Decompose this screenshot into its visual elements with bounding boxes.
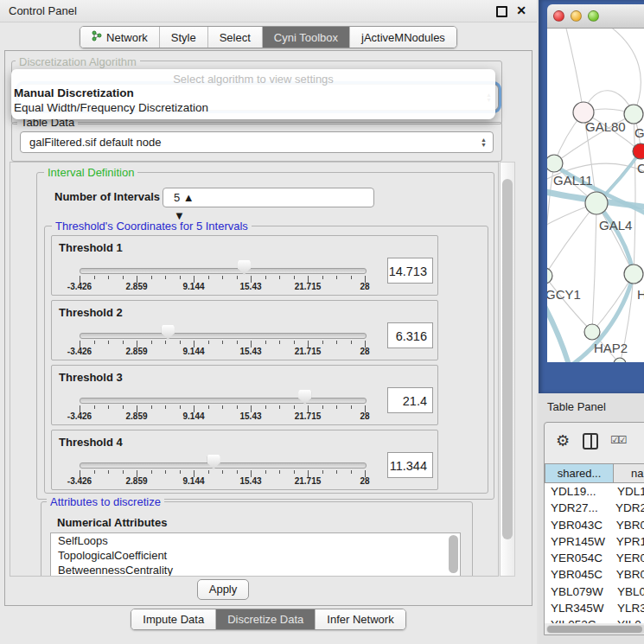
settings-scrollbar-thumb[interactable] bbox=[502, 179, 513, 539]
slider-tick-label: -3.426 bbox=[61, 411, 99, 421]
number-of-intervals-spinner[interactable]: 5 ▲▼ bbox=[163, 188, 374, 207]
slider-tick bbox=[294, 276, 295, 279]
number-of-intervals-label: Number of Intervals bbox=[54, 190, 160, 203]
slider-tick bbox=[108, 276, 109, 279]
slider-tick bbox=[165, 470, 166, 474]
threshold-slider-track[interactable] bbox=[80, 462, 367, 469]
bottom-tab-infer-network[interactable]: Infer Network bbox=[315, 609, 405, 629]
network-node-hap2[interactable] bbox=[584, 324, 600, 340]
network-node-gal4[interactable] bbox=[585, 192, 608, 214]
network-node-c[interactable] bbox=[633, 143, 644, 159]
cell-name: YBR0 bbox=[616, 566, 644, 583]
slider-tick bbox=[165, 341, 166, 344]
slider-tick bbox=[208, 276, 209, 279]
table-hscrollbar-thumb[interactable] bbox=[547, 626, 642, 633]
tab-jactivemnodules[interactable]: jActiveMNodules bbox=[349, 27, 456, 48]
column-header-shared-name[interactable]: shared... bbox=[545, 463, 614, 483]
list-scrollbar-thumb[interactable] bbox=[449, 535, 458, 573]
tab-select[interactable]: Select bbox=[207, 27, 262, 48]
threshold-value-field[interactable]: 21.4 bbox=[387, 387, 433, 413]
tab-network[interactable]: Network bbox=[80, 27, 159, 48]
table-row[interactable]: YDL19...YDL1 bbox=[545, 483, 644, 500]
table-horizontal-scrollbar[interactable] bbox=[546, 625, 644, 634]
attributes-group-title: Attributes to discretize bbox=[47, 495, 164, 508]
table-data-combo-value: galFiltered.sif default node bbox=[29, 136, 161, 149]
tab-cyni-toolbox[interactable]: Cyni Toolbox bbox=[262, 27, 349, 48]
cell-shared-name: YBR043C bbox=[545, 517, 616, 533]
thresholds-group-title: Threshold's Coordinates for 5 Intervals bbox=[52, 220, 252, 233]
cell-shared-name: YBL079W bbox=[545, 583, 617, 600]
tab-style[interactable]: Style bbox=[159, 27, 207, 48]
bottom-tab-group: Impute DataDiscretize DataInfer Network bbox=[131, 609, 405, 630]
number-of-intervals-value: 5 bbox=[174, 191, 180, 204]
column-header-name[interactable]: na bbox=[614, 463, 644, 483]
slider-tick bbox=[208, 341, 209, 344]
table-row[interactable]: YPR145WYPR1 bbox=[545, 533, 644, 550]
minimize-traffic-light[interactable] bbox=[571, 10, 582, 22]
cell-name: YIL0 bbox=[617, 616, 641, 623]
slider-tick bbox=[237, 405, 238, 409]
network-node-gal11[interactable] bbox=[547, 155, 563, 172]
slider-tick-label: -3.426 bbox=[61, 347, 99, 356]
network-edge bbox=[592, 203, 596, 332]
bottom-tab-bar: Impute DataDiscretize DataInfer Network bbox=[0, 609, 537, 630]
top-tab-bar: NetworkStyleSelectCyni ToolboxjActiveMNo… bbox=[0, 26, 537, 48]
slider-tick-label: 15.43 bbox=[232, 347, 270, 356]
attribute-list-item[interactable]: SelfLoops bbox=[51, 533, 460, 548]
slider-tick bbox=[123, 276, 124, 279]
table-row[interactable]: YER054CYER0 bbox=[545, 550, 644, 566]
slider-tick bbox=[180, 276, 181, 279]
table-row[interactable]: YBR045CYBR0 bbox=[545, 566, 644, 583]
slider-tick-label: 9.144 bbox=[175, 411, 213, 421]
bottom-tab-discretize-data[interactable]: Discretize Data bbox=[215, 609, 315, 629]
gear-icon[interactable]: ⚙ bbox=[556, 431, 570, 450]
dropdown-item-equal-width-frequency[interactable]: Equal Width/Frequency Discretization bbox=[14, 101, 208, 114]
threshold-slider-track[interactable] bbox=[80, 398, 367, 404]
slider-tick bbox=[151, 470, 152, 474]
network-node-h[interactable] bbox=[624, 265, 643, 284]
split-pane-icon[interactable] bbox=[583, 433, 598, 450]
threshold-label: Threshold 1 bbox=[59, 241, 123, 254]
table-panel-region: Table Panel ⚙ ☑☑ shared... na YDL19...YD… bbox=[539, 393, 644, 644]
network-node-label: GAL11 bbox=[553, 173, 593, 188]
attribute-list-item[interactable]: BetweennessCentrality bbox=[51, 563, 460, 577]
slider-tick bbox=[322, 405, 323, 409]
float-window-icon[interactable] bbox=[496, 6, 507, 17]
network-view-canvas[interactable]: GAL80GACGAL11GAL4GCY1HHAP2 bbox=[547, 29, 644, 362]
table-row[interactable]: YIL052CYIL0 bbox=[545, 616, 644, 623]
cell-shared-name: YDL19... bbox=[545, 483, 617, 500]
slider-tick-label: 21.715 bbox=[289, 282, 327, 291]
attribute-list-item[interactable]: TopologicalCoefficient bbox=[51, 548, 460, 563]
cell-name: YPR1 bbox=[616, 533, 644, 550]
cell-shared-name: YIL052C bbox=[545, 616, 617, 623]
panel-title: Control Panel bbox=[9, 4, 77, 17]
close-icon[interactable]: ✕ bbox=[516, 3, 526, 17]
slider-tick bbox=[322, 276, 323, 279]
bottom-tab-impute-data[interactable]: Impute Data bbox=[131, 609, 215, 629]
slider-tick bbox=[94, 341, 95, 344]
apply-button[interactable]: Apply bbox=[197, 579, 249, 600]
table-row[interactable]: YLR345WYLR3 bbox=[545, 600, 644, 616]
select-columns-icon[interactable]: ☑☑ bbox=[610, 434, 626, 446]
network-node-gcy1[interactable] bbox=[547, 268, 552, 284]
numerical-attributes-list[interactable]: SelfLoopsTopologicalCoefficientBetweenne… bbox=[50, 532, 461, 577]
threshold-slider-track[interactable] bbox=[80, 268, 367, 274]
network-node-ga[interactable] bbox=[624, 105, 643, 124]
slider-tick bbox=[351, 276, 352, 279]
threshold-value-field[interactable]: 6.316 bbox=[387, 322, 433, 348]
settings-vertical-scrollbar[interactable] bbox=[500, 162, 515, 577]
slider-tick-label: 9.144 bbox=[175, 476, 213, 486]
table-data-combobox[interactable]: galFiltered.sif default node ▲▼ bbox=[20, 131, 494, 153]
zoom-traffic-light[interactable] bbox=[588, 10, 599, 22]
table-row[interactable]: YDR27...YDR2 bbox=[545, 500, 644, 516]
threshold-slider-track[interactable] bbox=[80, 333, 367, 339]
table-row[interactable]: YBL079WYBL0 bbox=[545, 583, 644, 600]
threshold-label: Threshold 2 bbox=[59, 306, 123, 319]
threshold-value-field[interactable]: 14.713 bbox=[387, 258, 433, 284]
threshold-value-field[interactable]: 11.344 bbox=[387, 452, 433, 478]
table-row[interactable]: YBR043CYBR0 bbox=[545, 517, 644, 533]
dropdown-item-manual-discretization[interactable]: Manual Discretization bbox=[14, 86, 134, 99]
close-traffic-light[interactable] bbox=[553, 10, 564, 22]
network-window-titlebar[interactable] bbox=[547, 4, 644, 29]
control-panel-titlebar: Control Panel ✕ bbox=[0, 0, 537, 22]
